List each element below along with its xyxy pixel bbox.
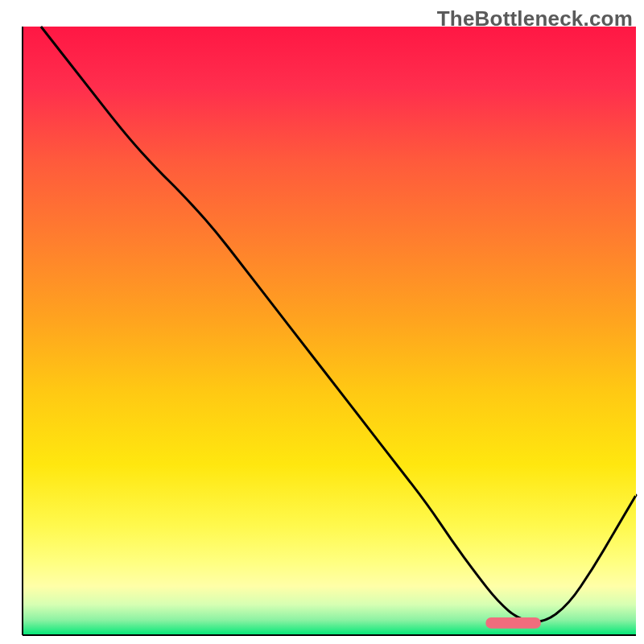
optimum-marker	[485, 617, 541, 629]
bottleneck-chart	[0, 0, 644, 644]
chart-container: TheBottleneck.com	[0, 0, 644, 644]
watermark-text: TheBottleneck.com	[437, 6, 633, 31]
plot-background	[23, 27, 636, 635]
